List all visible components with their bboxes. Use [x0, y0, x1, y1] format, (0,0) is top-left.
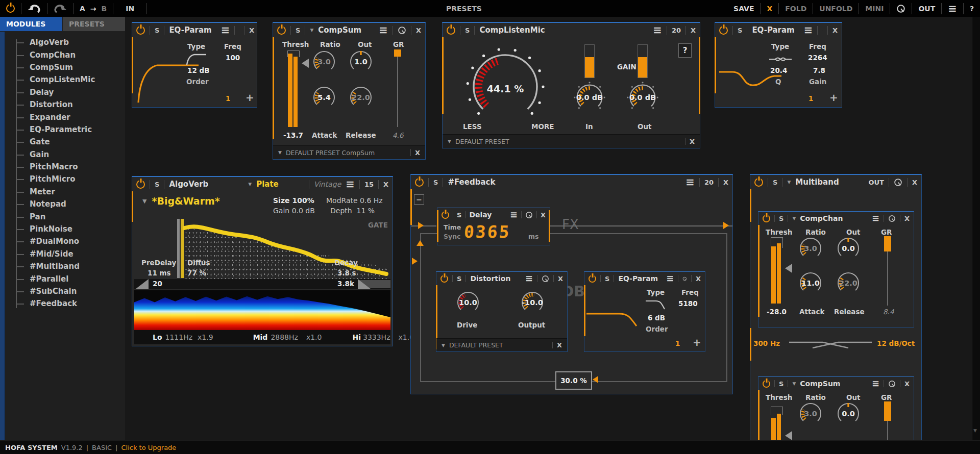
tab-presets[interactable]: PRESETS: [63, 17, 125, 31]
dial-view-button[interactable]: [890, 0, 912, 17]
q-value[interactable]: 20.4: [770, 66, 787, 74]
preset-close-button[interactable]: X: [557, 341, 562, 349]
module-list-item[interactable]: Delay: [0, 86, 125, 98]
preset-bar[interactable]: ▼ DEFAULT PRESET X: [436, 338, 567, 351]
module-list-item[interactable]: CompChan: [0, 48, 125, 61]
module-list-item[interactable]: PitchMicro: [0, 173, 125, 185]
release-knob[interactable]: 22.0: [347, 83, 375, 112]
add-band-button[interactable]: +: [829, 91, 838, 104]
band-number[interactable]: 1: [808, 94, 813, 103]
module-list-item[interactable]: PitchMacro: [0, 161, 125, 173]
preset-dropdown-icon[interactable]: ▼: [792, 216, 796, 221]
modrate-row[interactable]: ModRate 0.6 Hz: [326, 196, 383, 205]
dial-icon[interactable]: [894, 178, 902, 187]
preset-name[interactable]: DEFAULT PRESET CompSum: [286, 149, 375, 157]
module-header[interactable]: S ▼ Multiband OUT X: [750, 175, 921, 189]
module-header[interactable]: S EQ-Param ≡ X: [715, 23, 842, 37]
module-list-item[interactable]: #Mid/Side: [0, 248, 125, 260]
thresh-value[interactable]: -13.7: [283, 131, 303, 139]
preset-name[interactable]: DEFAULT PRESET: [449, 341, 503, 349]
solo-button[interactable]: S: [457, 275, 461, 283]
power-icon[interactable]: [415, 178, 424, 187]
reverb-type[interactable]: Plate: [256, 180, 279, 189]
patch-canvas[interactable]: S EQ-Param ≡ X Type Freq 100 12 dB Order…: [125, 17, 972, 440]
module-list-item[interactable]: Notepad: [0, 198, 125, 210]
module-list-item[interactable]: #DualMono: [0, 235, 125, 247]
solo-button[interactable]: S: [465, 27, 470, 34]
module-header[interactable]: S CompListenMic ≡ 20 X: [443, 23, 700, 37]
out-knob[interactable]: 0.0: [834, 234, 863, 263]
time-label[interactable]: Time: [444, 223, 461, 231]
range-hi-value[interactable]: 3.8k: [337, 280, 354, 288]
decay-display[interactable]: PreDelay 11 ms Diffus 77 % Decay 3.8 s: [134, 217, 390, 279]
gain-value[interactable]: 7.8: [813, 66, 825, 74]
sync-label[interactable]: Sync: [444, 233, 460, 240]
preset-selector[interactable]: ▼ *Big&Warm*: [142, 195, 220, 207]
module-list-item[interactable]: AlgoVerb: [0, 36, 125, 48]
save-close-button[interactable]: X: [761, 0, 778, 17]
preset-dropdown-icon[interactable]: ▼: [310, 28, 313, 33]
close-button[interactable]: X: [832, 27, 838, 34]
preset-name[interactable]: DEFAULT PRESET: [455, 138, 509, 145]
module-list-item[interactable]: PinkNoise: [0, 223, 125, 235]
thresh-pointer[interactable]: [785, 431, 792, 440]
module-header[interactable]: S Distortion ≡ X: [436, 272, 567, 285]
dial-icon[interactable]: [682, 275, 687, 283]
dial-icon[interactable]: [542, 275, 549, 283]
undo-button[interactable]: [21, 0, 47, 17]
thresh-meter[interactable]: [771, 402, 784, 440]
freq-value[interactable]: 5180: [678, 299, 698, 308]
close-button[interactable]: X: [383, 181, 388, 188]
ratio-knob[interactable]: 3.0: [796, 234, 825, 263]
slope-value[interactable]: 6 dB: [648, 314, 665, 322]
module-list-item[interactable]: Pan: [0, 210, 125, 222]
predelay-value[interactable]: 11 ms: [148, 269, 171, 277]
module-list-item[interactable]: Gate: [0, 136, 125, 148]
help-button[interactable]: ?: [678, 43, 692, 58]
module-count[interactable]: 20: [704, 179, 714, 186]
freq-value[interactable]: 2264: [808, 54, 827, 62]
fold-button[interactable]: FOLD: [779, 0, 813, 17]
filter-type-icon[interactable]: [645, 298, 666, 311]
mini-view-button[interactable]: MINI: [859, 0, 890, 17]
range-lo-value[interactable]: 20: [153, 280, 162, 288]
module-header[interactable]: S AlgoVerb ▼ Plate Vintage ≡ 15 X: [132, 177, 393, 191]
close-button[interactable]: X: [723, 179, 728, 186]
solo-button[interactable]: S: [155, 181, 159, 188]
module-list-item[interactable]: CompSum: [0, 61, 125, 73]
ratio-knob[interactable]: 3.0: [310, 47, 338, 76]
ab-arrow-icon[interactable]: →: [85, 5, 102, 13]
gain-out-knob[interactable]: 0.0 dB: [625, 80, 660, 115]
close-button[interactable]: X: [691, 27, 696, 34]
solo-button[interactable]: S: [457, 211, 461, 219]
module-list-item[interactable]: #SubChain: [0, 285, 125, 297]
power-icon[interactable]: [442, 211, 449, 219]
release-knob[interactable]: 22.0: [834, 269, 863, 297]
module-count[interactable]: 20: [672, 27, 681, 34]
drive-knob[interactable]: 10.0: [454, 288, 482, 317]
module-list-item[interactable]: #Parallel: [0, 272, 125, 285]
out-knob[interactable]: 0.0: [834, 399, 863, 428]
mid-mult[interactable]: x1.0: [306, 333, 322, 341]
solo-button[interactable]: S: [605, 275, 609, 283]
mid-freq[interactable]: 2888Hz: [271, 333, 298, 341]
eq-curve[interactable]: [585, 292, 646, 348]
feedback-mix-box[interactable]: 30.0 %: [555, 371, 592, 390]
power-icon[interactable]: [277, 26, 286, 35]
filter-type-icon[interactable]: [185, 53, 208, 66]
lo-freq[interactable]: 1111Hz: [165, 333, 193, 341]
ab-b-label[interactable]: B: [102, 5, 107, 13]
gain-in-knob[interactable]: 0.0 dB: [572, 80, 607, 115]
band-number[interactable]: 1: [226, 94, 230, 103]
preset-close-button[interactable]: X: [415, 149, 420, 157]
ab-compare[interactable]: A → B: [74, 0, 113, 17]
delay-time-display[interactable]: 8888 0365: [463, 223, 511, 240]
preset-bar[interactable]: ▼ DEFAULT PRESET X: [443, 134, 700, 148]
preset-bar[interactable]: ▼ DEFAULT PRESET CompSum X: [273, 145, 425, 159]
module-header[interactable]: S EQ-Param ≡ X: [132, 23, 257, 37]
thresh-meter[interactable]: [771, 237, 784, 304]
solo-button[interactable]: S: [779, 215, 783, 222]
unfold-button[interactable]: UNFOLD: [813, 0, 859, 17]
module-header[interactable]: S ▼ CompSum ≡ X: [758, 377, 914, 390]
dial-icon[interactable]: [822, 26, 823, 35]
